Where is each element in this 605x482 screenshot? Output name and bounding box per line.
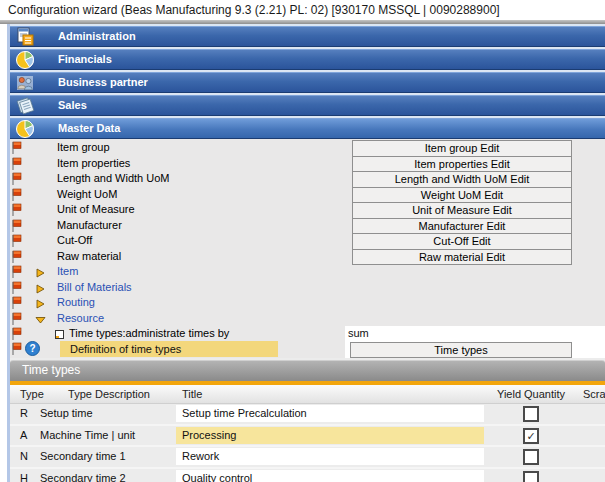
setting-checkbox-icon[interactable] — [55, 330, 64, 339]
people-icon — [15, 73, 35, 93]
unit-of-measure-edit-button[interactable]: Unit of Measure Edit — [352, 202, 572, 219]
description-cell: Secondary time 2 — [40, 472, 126, 482]
tree-item-label: Manufacturer — [57, 218, 122, 233]
manufacturer-edit-button[interactable]: Manufacturer Edit — [352, 218, 572, 235]
title-cell-field[interactable]: Rework — [176, 448, 484, 465]
tree-item-label: Unit of Measure — [57, 202, 135, 217]
yield-quantity-checkbox[interactable]: ✓ — [523, 428, 539, 444]
item-group-edit-button[interactable]: Item group Edit — [352, 140, 572, 157]
yield-quantity-checkbox[interactable] — [523, 449, 539, 465]
section-label: Master Data — [58, 119, 120, 138]
tree-item-label: Item properties — [57, 156, 130, 171]
tree-item-routing[interactable]: Routing — [10, 295, 605, 311]
yield-quantity-checkbox[interactable] — [523, 471, 539, 482]
tree-item-label: Item group — [57, 140, 110, 155]
section-master-data[interactable]: Master Data — [10, 118, 605, 139]
section-label: Administration — [58, 27, 136, 46]
time-types-button[interactable]: Time types — [350, 342, 572, 358]
weight-uom-edit-button[interactable]: Weight UoM Edit — [352, 187, 572, 204]
column-header-type: Type — [20, 385, 44, 403]
tree-item-label: Routing — [57, 295, 95, 310]
configuration-wizard-window: { "window": { "title": "Configuration wi… — [0, 0, 605, 482]
tree-item-label: Length and Width UoM — [57, 171, 170, 186]
tree-item-label: Cut-Off — [57, 233, 92, 248]
description-cell: Secondary time 1 — [40, 450, 126, 462]
tree-item-label: Time types:administrate times by — [69, 326, 229, 341]
item-properties-edit-button[interactable]: Item properties Edit — [352, 156, 572, 173]
form-icon — [15, 27, 35, 47]
yield-quantity-checkbox[interactable] — [523, 406, 539, 422]
column-header-title: Title — [182, 385, 202, 403]
time-types-panel: Time types Type Type Description Title Y… — [10, 358, 605, 482]
section-administration[interactable]: Administration — [10, 26, 605, 47]
tree-item-label: Weight UoM — [57, 187, 117, 202]
panel-title: Time types — [22, 363, 80, 377]
raw-material-edit-button[interactable]: Raw material Edit — [352, 249, 572, 266]
column-header-description: Type Description — [44, 385, 174, 403]
administrate-times-value-field[interactable]: sum — [345, 326, 605, 341]
type-cell: N — [20, 450, 28, 462]
column-header-scrap: Scra — [583, 385, 605, 403]
cut-off-edit-button[interactable]: Cut-Off Edit — [352, 233, 572, 250]
section-sales[interactable]: Sales — [10, 95, 605, 116]
documents-icon — [15, 96, 35, 116]
tree-item-label: Raw material — [57, 249, 121, 264]
length-width-uom-edit-button[interactable]: Length and Width UoM Edit — [352, 171, 572, 188]
tree-item-label: Resource — [57, 311, 104, 326]
table-rows: R Setup time Setup time Precalculation A… — [10, 404, 605, 482]
type-cell: R — [20, 407, 28, 419]
svg-text:?: ? — [29, 343, 35, 354]
tree-item-label: Bill of Materials — [57, 280, 132, 295]
table-row-selected[interactable]: A Machine Time | unit Processing ✓ — [10, 426, 605, 448]
title-bar: Configuration wizard (Beas Manufacturing… — [0, 0, 605, 20]
type-cell: H — [20, 472, 28, 482]
table-row[interactable]: H Secondary time 2 Quality control — [10, 469, 605, 482]
section-label: Business partner — [58, 73, 148, 92]
tree-item-resource[interactable]: Resource — [10, 311, 605, 327]
description-cell: Setup time — [40, 407, 93, 419]
section-label: Sales — [58, 96, 87, 115]
section-label: Financials — [58, 50, 112, 69]
pie-chart-icon — [15, 119, 35, 139]
table-column-headers: Type Type Description Title Yield Quanti… — [10, 385, 605, 404]
table-row[interactable]: R Setup time Setup time Precalculation — [10, 404, 605, 426]
column-header-yield: Yield Quantity — [485, 385, 577, 403]
tree-item-item[interactable]: Item — [10, 264, 605, 280]
definition-of-time-types-highlight[interactable]: Definition of time types — [60, 341, 278, 357]
section-financials[interactable]: Financials — [10, 49, 605, 70]
title-cell-field[interactable]: Processing — [176, 427, 484, 444]
panel-header: Time types — [10, 360, 605, 381]
window-title: Configuration wizard (Beas Manufacturing… — [8, 3, 500, 17]
description-cell: Machine Time | unit — [40, 429, 135, 441]
tree-item-label: Item — [57, 264, 78, 279]
tree-item-bill-of-materials[interactable]: Bill of Materials — [10, 280, 605, 296]
title-cell-field[interactable]: Setup time Precalculation — [176, 405, 484, 422]
title-cell-field[interactable]: Quality control — [176, 470, 484, 482]
pie-chart-icon — [15, 50, 35, 70]
type-cell: A — [20, 429, 27, 441]
table-row[interactable]: N Secondary time 1 Rework — [10, 447, 605, 469]
section-business-partner[interactable]: Business partner — [10, 72, 605, 93]
